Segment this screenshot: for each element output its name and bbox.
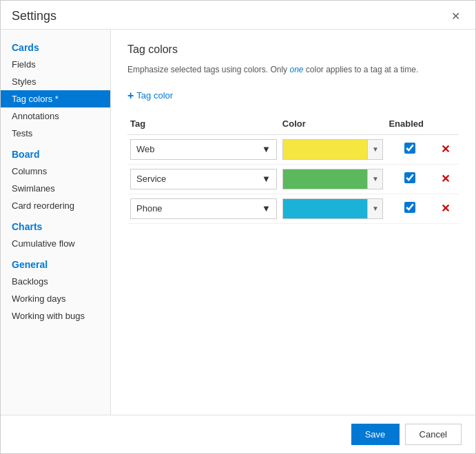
dialog-header: Settings ✕	[1, 1, 475, 29]
sidebar-item-cumulative-flow[interactable]: Cumulative flow	[1, 235, 110, 252]
sidebar-section-title: Board	[1, 142, 110, 163]
col-header-del	[434, 116, 459, 135]
enabled-checkbox-2[interactable]	[404, 172, 415, 183]
sidebar-item-tests[interactable]: Tests	[1, 125, 110, 142]
tag-dropdown-3[interactable]: Phone▼	[130, 198, 277, 219]
cancel-button[interactable]: Cancel	[405, 424, 462, 445]
add-tag-label: Tag color	[136, 90, 173, 101]
table-row: Service▼▼✕	[127, 164, 459, 194]
sidebar-item-styles[interactable]: Styles	[1, 73, 110, 90]
color-arrow-icon[interactable]: ▼	[367, 169, 382, 189]
col-header-enabled: Enabled	[386, 116, 433, 135]
tag-label: Phone	[136, 203, 163, 214]
plus-icon: +	[127, 90, 134, 102]
table-row: Phone▼▼✕	[127, 194, 459, 223]
content-area: Tag colors Emphasize selected tags using…	[111, 30, 475, 415]
enabled-checkbox-1[interactable]	[404, 143, 415, 154]
col-header-tag: Tag	[127, 116, 280, 135]
sidebar-item-card-reordering[interactable]: Card reordering	[1, 197, 110, 214]
tag-dropdown-1[interactable]: Web▼	[130, 139, 277, 160]
save-button[interactable]: Save	[351, 424, 400, 445]
sidebar-item-backlogs[interactable]: Backlogs	[1, 273, 110, 290]
sidebar-item-fields[interactable]: Fields	[1, 56, 110, 73]
tag-label: Web	[136, 144, 155, 154]
sidebar-item-annotations[interactable]: Annotations	[1, 107, 110, 125]
enabled-checkbox-3[interactable]	[404, 202, 415, 213]
dropdown-arrow-icon: ▼	[262, 174, 271, 184]
sidebar-item-columns[interactable]: Columns	[1, 163, 110, 180]
sidebar-section-title: General	[1, 252, 110, 273]
description-suffix: color applies to a tag at a time.	[303, 65, 418, 74]
delete-button-1[interactable]: ✕	[437, 141, 454, 157]
sidebar-item-working-days[interactable]: Working days	[1, 290, 110, 307]
tag-label: Service	[136, 174, 166, 184]
color-arrow-icon[interactable]: ▼	[367, 139, 382, 160]
sidebar-item-working-with-bugs[interactable]: Working with bugs	[1, 307, 110, 324]
settings-dialog: Settings ✕ CardsFieldsStylesTag colors *…	[0, 0, 476, 454]
content-title: Tag colors	[127, 43, 459, 56]
tag-dropdown-2[interactable]: Service▼	[130, 169, 277, 189]
col-header-color: Color	[280, 116, 386, 135]
description-prefix: Emphasize selected tags using colors. On…	[127, 65, 289, 74]
sidebar-section-title: Charts	[1, 214, 110, 235]
dropdown-arrow-icon: ▼	[262, 203, 271, 214]
dialog-footer: Save Cancel	[1, 415, 475, 453]
dialog-title: Settings	[12, 9, 56, 23]
color-dropdown-2[interactable]: ▼	[282, 169, 384, 189]
dialog-body: CardsFieldsStylesTag colors *Annotations…	[1, 29, 475, 415]
tag-table: Tag Color Enabled Web▼▼✕Service▼▼✕Phone▼…	[127, 116, 459, 224]
color-swatch	[283, 169, 368, 189]
close-button[interactable]: ✕	[447, 10, 464, 23]
color-swatch	[283, 199, 368, 218]
sidebar-section-title: Cards	[1, 35, 110, 56]
description: Emphasize selected tags using colors. On…	[127, 64, 459, 76]
color-dropdown-3[interactable]: ▼	[282, 198, 384, 219]
add-tag-button[interactable]: + Tag color	[127, 87, 173, 105]
sidebar-item-tag-colors[interactable]: Tag colors *	[1, 90, 110, 107]
color-dropdown-1[interactable]: ▼	[282, 139, 384, 160]
description-highlight: one	[289, 65, 303, 74]
sidebar-item-swimlanes[interactable]: Swimlanes	[1, 180, 110, 197]
color-swatch	[283, 140, 368, 159]
delete-button-2[interactable]: ✕	[437, 171, 454, 187]
sidebar: CardsFieldsStylesTag colors *Annotations…	[1, 30, 111, 415]
dropdown-arrow-icon: ▼	[262, 144, 271, 154]
color-arrow-icon[interactable]: ▼	[367, 198, 382, 219]
table-row: Web▼▼✕	[127, 134, 459, 164]
delete-button-3[interactable]: ✕	[437, 200, 454, 216]
